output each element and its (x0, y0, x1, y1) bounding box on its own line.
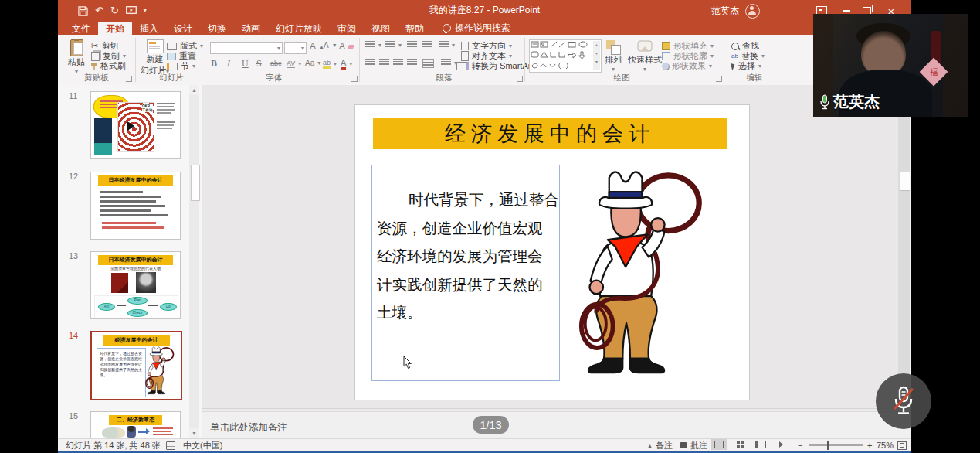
slide-thumbnail-12[interactable]: 日本经济发展中的会计 (90, 172, 181, 240)
select-button[interactable]: 选择▾ (731, 60, 761, 72)
distribute-button[interactable] (422, 59, 434, 68)
main-scrollbar-thumb[interactable] (900, 172, 910, 191)
drawing-group-label: 绘图 (599, 73, 645, 83)
okr-book-graphic: OKR工作法 (117, 102, 154, 152)
clipboard-dialog-launcher[interactable] (126, 76, 132, 82)
section-button[interactable]: 节▾ (167, 60, 195, 72)
comments-toggle-button[interactable]: 批注 (680, 439, 707, 451)
drawing-dialog-launcher[interactable] (716, 76, 722, 82)
fit-to-window-button[interactable] (897, 439, 907, 451)
slide-thumbnail-13[interactable]: 日本经济发展中的会计 全面质量管理思想的代表人物 Plan Do Check A… (90, 251, 181, 319)
spellcheck-icon[interactable] (166, 439, 175, 451)
convert-smartart-button[interactable]: 转换为 SmartArt▾ (456, 60, 539, 72)
thumb13-title: 日本经济发展中的会计 (98, 255, 173, 265)
increase-indent-button[interactable] (422, 41, 432, 49)
status-bar: 幻灯片 第 14 张, 共 48 张 中文(中国) ▲备注 批注 − + 75% (58, 438, 911, 451)
slide-sorter-view-button[interactable] (733, 439, 748, 450)
font-color-button[interactable]: A▾ (341, 58, 352, 70)
font-dialog-launcher[interactable] (351, 76, 358, 82)
start-slideshow-icon[interactable] (126, 6, 137, 15)
align-left-button[interactable] (365, 59, 375, 66)
thumbnail-scrollbar-thumb[interactable] (191, 165, 200, 201)
italic-button[interactable]: I (227, 58, 230, 70)
slide-counter: 幻灯片 第 14 张, 共 48 张 (66, 439, 161, 451)
tab-design[interactable]: 设计 (166, 22, 200, 35)
notes-pane[interactable]: 单击此处添加备注 (202, 411, 911, 439)
thumbnail-scroll-down-icon[interactable]: ▼ (189, 428, 199, 438)
tab-insert[interactable]: 插入 (132, 22, 166, 35)
reading-view-button[interactable] (753, 439, 768, 450)
grow-font-button[interactable]: A▲ (310, 41, 324, 52)
okr-book-title: OKR工作法 (142, 104, 153, 112)
font-size-select[interactable]: ▾ (284, 42, 307, 54)
shape-effects-button[interactable]: 形状效果▾ (662, 60, 712, 72)
zoom-percentage[interactable]: 75% (877, 439, 894, 451)
clear-formatting-button[interactable]: A (339, 41, 354, 52)
slide-title[interactable]: 经济发展中的会计 (373, 118, 727, 149)
tell-me-search[interactable]: 操作说明搜索 (443, 22, 510, 35)
paste-button[interactable]: 粘贴 ▾ (68, 39, 85, 75)
arrange-button[interactable]: 排列 ▾ (605, 40, 622, 73)
qat-customize-icon[interactable]: ▾ (144, 3, 147, 19)
align-center-button[interactable] (379, 59, 389, 66)
slide-body-textbox[interactable]: 时代背景下，通过整合 资源，创造企业价值宏观 经济环境的发展为管理会 计实践创新… (371, 165, 560, 381)
justify-button[interactable] (407, 59, 417, 66)
new-slide-button[interactable]: 新建 幻灯片▾ (141, 39, 169, 77)
zoom-slider[interactable] (809, 439, 863, 451)
character-spacing-button[interactable]: AV▾ (287, 60, 301, 68)
select-arrow-icon (731, 62, 736, 70)
bullets-button[interactable]: ▾ (365, 41, 381, 49)
redo-icon[interactable]: ↻ (110, 3, 119, 19)
align-right-button[interactable] (393, 59, 403, 66)
slide-thumbnail-11[interactable]: OKR工作法 (90, 91, 181, 159)
highlight-color-button[interactable]: ab▾ (323, 59, 337, 69)
decrease-indent-button[interactable] (407, 41, 417, 49)
zoom-slider-handle[interactable] (827, 441, 829, 450)
slideshow-view-button[interactable] (773, 439, 788, 450)
shapes-scroll[interactable]: ▴▾▾ (593, 41, 600, 70)
tab-view[interactable]: 视图 (364, 22, 398, 35)
text-shadow-button[interactable]: abc (270, 60, 282, 67)
tab-transitions[interactable]: 切换 (200, 22, 234, 35)
notes-toggle-button[interactable]: ▲备注 (647, 439, 673, 451)
shapes-gallery[interactable]: ▴▾▾ (529, 39, 602, 73)
normal-view-button[interactable] (711, 439, 727, 450)
thumbnail-scroll-up-icon[interactable]: ▲ (189, 85, 199, 95)
slide-thumbnail-14-selected[interactable]: 经济发展中的会计 时代背景下，通过整合资源，创造企业价值宏观经济环境的发展为管理… (90, 331, 182, 400)
language-indicator[interactable]: 中文(中国) (183, 439, 222, 451)
format-painter-button[interactable]: 格式刷 (91, 60, 126, 72)
tab-file[interactable]: 文件 (64, 22, 98, 35)
slide-canvas[interactable]: 经济发展中的会计 时代背景下，通过整合 资源，创造企业价值宏观 经济环境的发展为… (355, 105, 749, 400)
normal-view-icon (714, 441, 724, 448)
tab-home[interactable]: 开始 (98, 22, 132, 35)
font-name-select[interactable]: ▾ (210, 42, 283, 54)
zoom-in-button[interactable]: + (867, 439, 872, 451)
tab-slideshow[interactable]: 幻灯片放映 (268, 22, 330, 35)
thumbnail-scrollbar[interactable]: ▲ ▼ (189, 85, 199, 438)
underline-button[interactable]: U (242, 58, 249, 70)
tab-help[interactable]: 帮助 (398, 22, 432, 35)
strikethrough-button[interactable]: S (256, 58, 262, 70)
slide-thumbnail-15[interactable]: 二、经济新常态 (90, 411, 181, 438)
columns-button[interactable]: ▾ (441, 59, 457, 66)
presenter-video-overlay[interactable]: 福 范英杰 (813, 14, 968, 117)
cowboy-clipart-image[interactable] (578, 162, 705, 380)
save-icon[interactable] (78, 6, 88, 16)
microphone-muted-button[interactable] (876, 373, 931, 429)
tab-review[interactable]: 审阅 (330, 22, 364, 35)
shrink-font-button[interactable]: A▼ (324, 41, 337, 49)
paragraph-dialog-launcher[interactable] (517, 76, 523, 82)
tab-animations[interactable]: 动画 (234, 22, 268, 35)
line-spacing-button[interactable]: ▾ (439, 41, 455, 49)
numbering-button[interactable]: ▾ (385, 41, 402, 49)
minimize-icon (843, 10, 850, 12)
zoom-out-button[interactable]: − (798, 439, 802, 451)
account-area[interactable]: 范英杰 (711, 0, 760, 22)
undo-icon[interactable]: ↶ (95, 3, 103, 19)
notes-placeholder[interactable]: 单击此处添加备注 (210, 421, 287, 434)
quick-styles-button[interactable]: 快速样式 ▾ (628, 40, 662, 73)
reset-icon (167, 53, 176, 60)
main-scrollbar[interactable] (898, 85, 910, 408)
change-case-button[interactable]: Aa▾ (305, 59, 320, 67)
bold-button[interactable]: B (211, 58, 217, 70)
